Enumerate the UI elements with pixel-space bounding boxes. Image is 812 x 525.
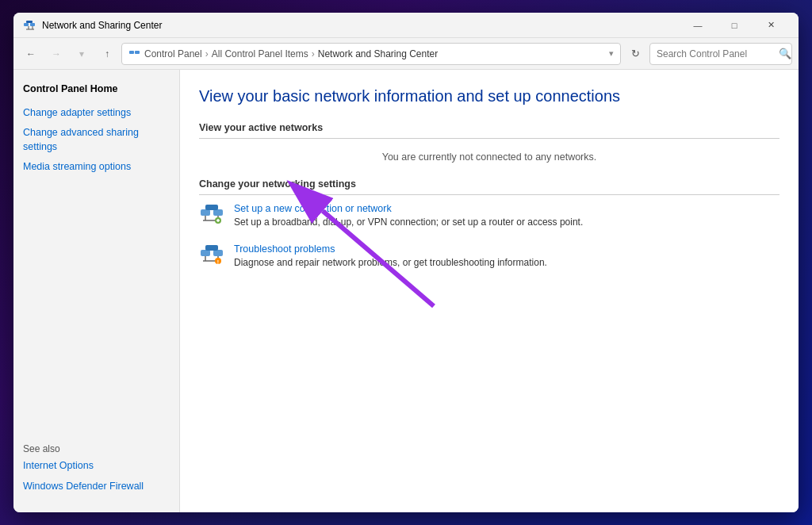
sidebar-item-advanced-sharing[interactable]: Change advanced sharing settings (23, 126, 170, 154)
minimize-button[interactable]: — (680, 13, 716, 38)
troubleshoot-item: ! Troubleshoot problems Diagnose and rep… (199, 243, 779, 270)
breadcrumb-part3: Network and Sharing Center (318, 48, 438, 59)
svg-rect-1 (30, 23, 35, 26)
svg-rect-2 (26, 21, 33, 23)
sidebar-item-adapter[interactable]: Change adapter settings (23, 106, 170, 121)
svg-rect-8 (201, 209, 210, 216)
page-title: View your basic network information and … (199, 86, 779, 106)
troubleshoot-desc: Diagnose and repair network problems, or… (234, 257, 547, 268)
sidebar-item-media-streaming[interactable]: Media streaming options (23, 160, 170, 174)
new-connection-desc: Set up a broadband, dial-up, or VPN conn… (234, 217, 583, 228)
dropdown-arrow[interactable]: ▾ (609, 48, 614, 59)
sidebar-item-internet-options[interactable]: Internet Options (23, 459, 170, 473)
window-controls: — □ ✕ (680, 13, 789, 38)
recent-button[interactable]: ▾ (71, 43, 93, 65)
sidebar-home-link[interactable]: Control Panel Home (23, 82, 170, 97)
svg-rect-19 (205, 245, 218, 251)
title-bar: Network and Sharing Center — □ ✕ (13, 13, 799, 38)
main-content: View your basic network information and … (180, 70, 799, 512)
search-box[interactable]: 🔍 (649, 43, 792, 65)
up-button[interactable]: ↑ (96, 43, 118, 65)
close-button[interactable]: ✕ (753, 13, 789, 38)
breadcrumb-part2: All Control Panel Items (212, 48, 308, 59)
svg-rect-17 (201, 250, 210, 256)
forward-button[interactable]: → (45, 43, 67, 65)
address-bar: ← → ▾ ↑ Control Panel › All Control Pane… (13, 38, 799, 70)
search-input[interactable] (657, 48, 776, 59)
active-networks-header: View your active networks (199, 122, 779, 133)
search-icon: 🔍 (779, 48, 791, 59)
svg-rect-0 (24, 23, 29, 26)
separator1: › (205, 48, 209, 59)
see-also-label: See also (23, 443, 170, 454)
svg-rect-9 (213, 209, 223, 216)
svg-rect-7 (135, 51, 140, 54)
svg-rect-18 (213, 250, 223, 256)
separator2: › (312, 48, 315, 59)
svg-rect-10 (205, 205, 218, 210)
content-area: Control Panel Home Change adapter settin… (13, 70, 799, 512)
troubleshoot-icon: ! (199, 243, 224, 269)
sidebar: Control Panel Home Change adapter settin… (13, 70, 180, 512)
active-networks-empty: You are currently not connected to any n… (199, 151, 779, 163)
new-connection-text: Set up a new connection or network Set u… (234, 203, 779, 229)
networking-settings-header: Change your networking settings (199, 178, 779, 190)
breadcrumb-part1: Control Panel (144, 48, 202, 59)
new-connection-link[interactable]: Set up a new connection or network (234, 203, 779, 214)
maximize-button[interactable]: □ (716, 13, 753, 38)
svg-text:!: ! (217, 259, 219, 264)
main-window: Network and Sharing Center — □ ✕ ← → ▾ ↑… (13, 13, 799, 512)
networking-settings-section: Change your networking settings (199, 178, 779, 270)
troubleshoot-link[interactable]: Troubleshoot problems (234, 243, 779, 255)
sidebar-item-windows-firewall[interactable]: Windows Defender Firewall (23, 480, 170, 494)
new-connection-icon (199, 203, 224, 228)
window-title: Network and Sharing Center (42, 20, 680, 31)
address-icon (128, 48, 141, 60)
back-button[interactable]: ← (20, 43, 42, 65)
svg-rect-6 (129, 51, 134, 54)
app-icon (23, 19, 36, 32)
active-networks-divider (199, 138, 779, 139)
refresh-button[interactable]: ↻ (624, 43, 646, 65)
networking-settings-divider (199, 194, 779, 195)
troubleshoot-text: Troubleshoot problems Diagnose and repai… (234, 243, 779, 270)
new-connection-item: Set up a new connection or network Set u… (199, 203, 779, 229)
address-path[interactable]: Control Panel › All Control Panel Items … (121, 43, 621, 65)
